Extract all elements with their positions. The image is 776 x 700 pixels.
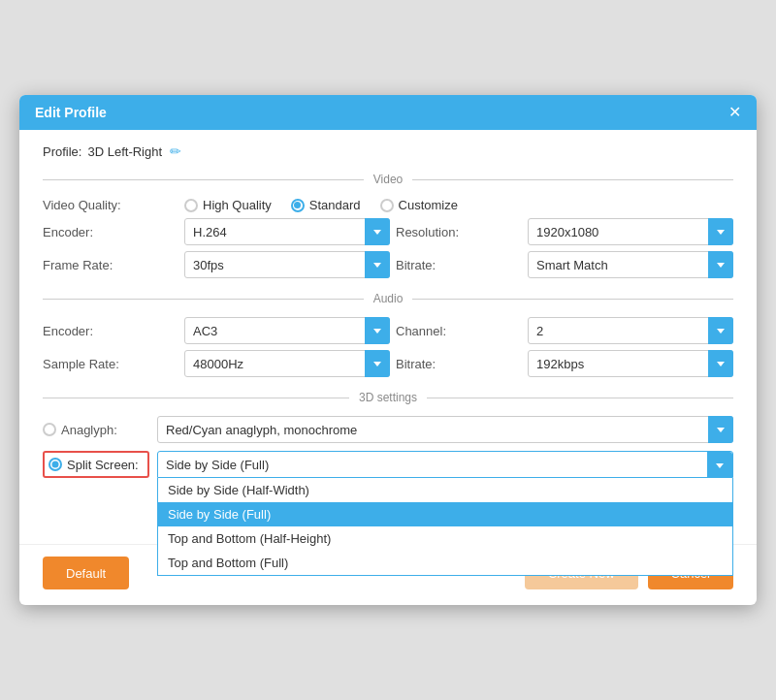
edit-profile-icon[interactable]: ✏	[170, 143, 181, 159]
divider-line-left	[43, 179, 364, 180]
anaglyph-row: Anaglyph: Red/Cyan anaglyph, monochrome	[43, 416, 733, 443]
3d-divider: 3D settings	[43, 391, 733, 404]
close-button[interactable]: ✕	[728, 105, 741, 120]
audio-samplerate-select-wrapper: 48000Hz	[184, 350, 390, 377]
encoder-label: Encoder:	[43, 225, 178, 239]
split-screen-label: Split Screen:	[67, 458, 139, 472]
bitrate-select-wrapper: Smart Match	[528, 251, 733, 278]
quality-high-radio[interactable]	[184, 199, 198, 212]
split-screen-display[interactable]: Side by Side (Full)	[157, 451, 733, 478]
split-screen-dropdown-container: Side by Side (Full) Side by Side (Half-W…	[157, 451, 733, 478]
quality-standard-label: Standard	[309, 198, 361, 212]
profile-name: 3D Left-Right	[87, 144, 162, 159]
resolution-label: Resolution:	[396, 225, 522, 239]
profile-label: Profile:	[43, 144, 81, 159]
dropdown-item-0[interactable]: Side by Side (Half-Width)	[158, 478, 732, 502]
anaglyph-label: Anaglyph:	[61, 423, 117, 437]
audio-encoder-select-wrapper: AC3	[184, 317, 390, 344]
dialog-content: Profile: 3D Left-Right ✏ Video Video Qua…	[19, 130, 757, 544]
divider-line-right	[412, 179, 733, 180]
split-screen-value: Side by Side (Full)	[166, 458, 269, 472]
audio-bitrate-select[interactable]: 192kbps	[528, 350, 733, 377]
audio-bitrate-label: Bitrate:	[396, 357, 522, 371]
video-divider: Video	[43, 173, 733, 186]
anaglyph-lbl: Anaglyph:	[43, 423, 149, 437]
3d-divider-right	[427, 398, 733, 398]
audio-section: Audio Encoder: AC3 Channel: 2	[43, 292, 733, 377]
split-screen-arrow	[707, 452, 732, 479]
audio-channel-select[interactable]: 2	[528, 317, 733, 344]
audio-section-title: Audio	[364, 292, 413, 305]
split-screen-lbl: Split Screen:	[43, 451, 149, 478]
quality-high[interactable]: High Quality	[184, 198, 272, 212]
anaglyph-select-wrapper: Red/Cyan anaglyph, monochrome	[157, 416, 733, 443]
split-screen-dropdown-list: Side by Side (Half-Width) Side by Side (…	[157, 478, 733, 576]
audio-divider-right	[412, 299, 733, 300]
3d-section-title: 3D settings	[349, 391, 427, 404]
audio-samplerate-select[interactable]: 48000Hz	[184, 350, 390, 377]
split-screen-row: Split Screen: Side by Side (Full) Side b…	[43, 451, 733, 478]
encoder-select[interactable]: H.264	[184, 218, 390, 245]
quality-customize-label: Customize	[399, 198, 458, 212]
bitrate-label: Bitrate:	[396, 258, 522, 272]
split-screen-radio[interactable]	[48, 458, 62, 471]
audio-samplerate-label: Sample Rate:	[43, 357, 178, 371]
edit-profile-dialog: Edit Profile ✕ Profile: 3D Left-Right ✏ …	[19, 95, 757, 605]
quality-standard[interactable]: Standard	[291, 198, 361, 212]
quality-customize[interactable]: Customize	[380, 198, 458, 212]
audio-channel-label: Channel:	[396, 324, 522, 338]
video-section-title: Video	[364, 173, 412, 186]
framerate-select[interactable]: 30fps	[184, 251, 390, 278]
audio-bitrate-select-wrapper: 192kbps	[528, 350, 733, 377]
audio-divider: Audio	[43, 292, 733, 305]
audio-divider-left	[43, 299, 364, 300]
dropdown-item-2[interactable]: Top and Bottom (Half-Height)	[158, 526, 732, 551]
video-section: Video Video Quality: High Quality Standa…	[43, 173, 733, 278]
video-quality-row: Video Quality: High Quality Standard	[43, 198, 733, 212]
quality-standard-radio[interactable]	[291, 199, 305, 212]
resolution-select-wrapper: 1920x1080	[528, 218, 733, 245]
video-quality-label: Video Quality:	[43, 198, 178, 212]
title-bar: Edit Profile ✕	[19, 95, 757, 130]
audio-channel-select-wrapper: 2	[528, 317, 733, 344]
dialog-title: Edit Profile	[35, 105, 107, 120]
anaglyph-radio[interactable]	[43, 423, 56, 436]
quality-high-label: High Quality	[203, 198, 272, 212]
encoder-select-wrapper: H.264	[184, 218, 390, 245]
bitrate-select[interactable]: Smart Match	[528, 251, 733, 278]
dropdown-item-3[interactable]: Top and Bottom (Full)	[158, 551, 732, 575]
radio-selected-dot	[294, 202, 301, 208]
default-button[interactable]: Default	[43, 557, 129, 589]
3d-divider-left	[43, 398, 349, 398]
audio-encoder-label: Encoder:	[43, 324, 178, 338]
framerate-select-wrapper: 30fps	[184, 251, 390, 278]
profile-row: Profile: 3D Left-Right ✏	[43, 143, 733, 159]
encoder-resolution-row: Encoder: H.264 Resolution: 1920x1080	[43, 218, 733, 245]
video-quality-options: High Quality Standard Customize	[184, 198, 733, 212]
audio-encoder-channel-row: Encoder: AC3 Channel: 2	[43, 317, 733, 344]
framerate-bitrate-row: Frame Rate: 30fps Bitrate: Smart Match	[43, 251, 733, 278]
audio-samplerate-bitrate-row: Sample Rate: 48000Hz Bitrate: 192kbps	[43, 350, 733, 377]
dropdown-item-1[interactable]: Side by Side (Full)	[158, 502, 732, 526]
resolution-select[interactable]: 1920x1080	[528, 218, 733, 245]
quality-customize-radio[interactable]	[380, 199, 394, 212]
framerate-label: Frame Rate:	[43, 258, 178, 272]
settings-3d-section: 3D settings Anaglyph: Red/Cyan anaglyph,…	[43, 391, 733, 515]
audio-encoder-select[interactable]: AC3	[184, 317, 390, 344]
anaglyph-select[interactable]: Red/Cyan anaglyph, monochrome	[157, 416, 733, 443]
